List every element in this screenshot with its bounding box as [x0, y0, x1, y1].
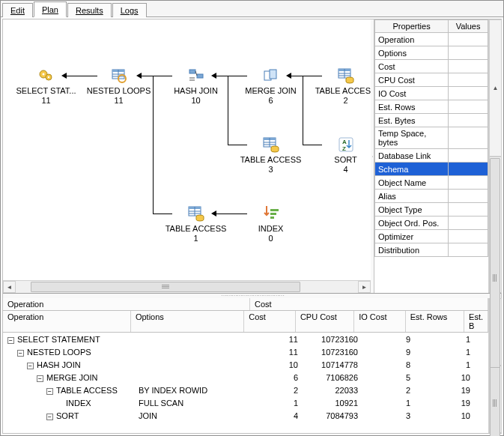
tree-toggle[interactable]: − — [17, 350, 24, 357]
cell-operation: INDEX — [3, 399, 134, 408]
properties-header-value[interactable]: Values — [449, 20, 488, 33]
property-row[interactable]: CPU Cost — [375, 73, 488, 87]
property-value — [449, 190, 488, 203]
col-cpu-cost[interactable]: CPU Cost — [296, 311, 354, 332]
cell-cost: 6 — [250, 373, 303, 382]
scroll-right-button[interactable]: ► — [358, 281, 371, 293]
cell-options: JOIN — [134, 411, 250, 420]
col-operation[interactable]: Operation — [3, 311, 131, 332]
table-row[interactable]: −NESTED LOOPS111072316091 — [3, 345, 488, 358]
tab-plan[interactable]: Plan — [34, 1, 67, 17]
properties-header-name[interactable]: Properties — [375, 20, 449, 33]
node-select-statement[interactable]: SELECT STAT... 11 — [10, 67, 82, 106]
scroll-thumb[interactable] — [490, 158, 500, 398]
tree-toggle[interactable]: − — [46, 414, 53, 420]
node-table-access-2[interactable]: TABLE ACCESS 2 — [310, 67, 371, 106]
svg-rect-10 — [189, 70, 195, 73]
property-row[interactable]: Optimizer — [375, 230, 488, 243]
tab-results[interactable]: Results — [67, 3, 112, 17]
node-table-access-1[interactable]: TABLE ACCESS 1 — [160, 205, 231, 243]
svg-rect-40 — [270, 217, 274, 219]
property-row[interactable]: Alias — [375, 190, 488, 203]
tab-edit[interactable]: Edit — [2, 3, 33, 17]
property-row[interactable]: Distribution — [375, 243, 488, 257]
property-row[interactable]: Est. Bytes — [375, 114, 488, 127]
properties-vertical-scrollbar[interactable]: ▲ ▼ — [488, 19, 501, 293]
table-row[interactable]: −SELECT STATEMENT111072316091 — [3, 333, 488, 345]
node-sort[interactable]: AZ SORT 4 — [310, 136, 371, 175]
col-est-rows[interactable]: Est. Rows — [406, 311, 464, 332]
table-row[interactable]: INDEXFULL SCAN110921119 — [3, 396, 488, 409]
property-row[interactable]: Cost — [375, 60, 488, 73]
canvas-horizontal-scrollbar[interactable]: ◄ ► — [3, 280, 371, 293]
tree-toggle[interactable]: − — [46, 388, 53, 395]
node-hash-join[interactable]: HASH JOIN 10 — [160, 67, 231, 106]
property-row[interactable]: Est. Rows — [375, 100, 488, 114]
arrow-head-icon — [211, 211, 216, 217]
table-row[interactable]: −SORTJOIN47084793310 — [3, 409, 488, 422]
node-nested-loops[interactable]: NESTED LOOPS 11 — [83, 67, 154, 106]
property-value — [449, 243, 488, 257]
table-row[interactable]: −MERGE JOIN67106826510 — [3, 371, 488, 384]
property-row[interactable]: Object Name — [375, 176, 488, 190]
property-value — [449, 33, 488, 46]
group-header-cost[interactable]: Cost — [250, 298, 488, 310]
table-row[interactable]: −HASH JOIN101071477881 — [3, 358, 488, 371]
property-value — [449, 230, 488, 243]
property-value — [449, 127, 488, 149]
property-value — [449, 149, 488, 163]
tree-toggle[interactable]: − — [7, 337, 14, 344]
property-row[interactable]: IO Cost — [375, 87, 488, 100]
group-header-operation[interactable]: Operation — [3, 298, 250, 310]
sort-icon: AZ — [337, 136, 355, 154]
property-row[interactable]: Temp Space, bytes — [375, 127, 488, 149]
cell-cost: 11 — [250, 335, 303, 344]
svg-point-3 — [47, 76, 49, 78]
arrow — [141, 76, 172, 76]
scroll-thumb[interactable] — [31, 282, 300, 292]
property-row[interactable]: Object Type — [375, 203, 488, 217]
table-row[interactable]: −TABLE ACCESSBY INDEX ROWID222033219 — [3, 384, 488, 396]
col-options[interactable]: Options — [131, 311, 244, 332]
merge-join-icon — [262, 67, 280, 85]
property-name: Cost — [375, 60, 449, 73]
cell-io-cost: 9 — [362, 335, 415, 344]
tab-bar: Edit Plan Results Logs — [1, 1, 503, 17]
col-io-cost[interactable]: IO Cost — [354, 311, 406, 332]
tab-logs[interactable]: Logs — [112, 3, 147, 17]
col-cost[interactable]: Cost — [244, 311, 296, 332]
property-row[interactable]: Database Link — [375, 149, 488, 163]
arrow — [66, 76, 97, 76]
node-merge-join[interactable]: MERGE JOIN 6 — [235, 67, 306, 106]
property-row[interactable]: Object Ord. Pos. — [375, 217, 488, 230]
plan-tree-grid[interactable]: Operation Cost Operation Options Cost CP… — [3, 298, 488, 433]
node-index[interactable]: INDEX 0 — [235, 205, 306, 243]
property-name: Temp Space, bytes — [375, 127, 449, 149]
scroll-track[interactable] — [16, 281, 358, 293]
scroll-up-button[interactable]: ▲ — [489, 19, 502, 157]
plan-diagram-canvas[interactable]: SELECT STAT... 11 NESTED LOOPS 11 — [3, 19, 371, 280]
tree-toggle[interactable]: − — [27, 363, 34, 369]
property-row[interactable]: Operation — [375, 33, 488, 46]
svg-rect-38 — [270, 209, 279, 211]
cell-est-rows: 1 — [415, 348, 475, 357]
property-name: Object Name — [375, 176, 449, 190]
property-name: CPU Cost — [375, 73, 449, 87]
cell-est-rows: 19 — [415, 399, 475, 408]
property-row[interactable]: Options — [375, 46, 488, 60]
arrow — [216, 76, 247, 76]
properties-table[interactable]: Properties Values OperationOptionsCostCP… — [374, 19, 488, 257]
cell-cpu-cost: 7106826 — [303, 373, 362, 382]
col-est-bytes[interactable]: Est. B — [464, 311, 488, 332]
cell-cpu-cost: 10714778 — [303, 360, 362, 369]
node-table-access-3[interactable]: TABLE ACCESS 3 — [235, 136, 306, 175]
property-row[interactable]: Schema — [375, 163, 488, 176]
property-name: Est. Bytes — [375, 114, 449, 127]
arrow-head-icon — [136, 73, 142, 79]
cell-cost: 2 — [250, 386, 303, 395]
svg-point-2 — [42, 73, 44, 76]
op-label: INDEX — [66, 399, 91, 408]
tree-toggle[interactable]: − — [37, 375, 43, 382]
scroll-thumb[interactable] — [490, 367, 500, 436]
scroll-left-button[interactable]: ◄ — [3, 281, 16, 293]
